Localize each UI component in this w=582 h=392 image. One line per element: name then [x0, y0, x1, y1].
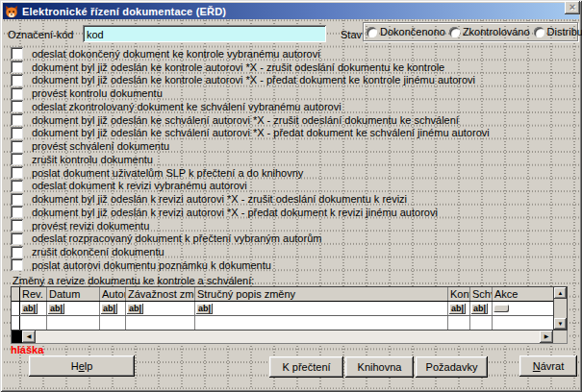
checkbox-icon[interactable] — [11, 219, 23, 232]
radio-circle-icon[interactable] — [534, 27, 544, 37]
textbox-placeholder-icon[interactable]: ab| — [196, 304, 213, 314]
checkbox-row[interactable]: dokument byl již odeslán ke kontrole aut… — [9, 61, 581, 74]
app-window: Elektronické řízení dokumentace (EŘD) × … — [0, 0, 582, 392]
checkbox-row[interactable]: odeslat rozpracovaný dokument k přečtení… — [9, 233, 581, 246]
radio-label: Dokončenono — [380, 26, 445, 37]
read-button[interactable]: K přečtení — [269, 356, 343, 378]
checkbox-row[interactable]: dokument byl již odeslán ke schválení au… — [9, 127, 581, 140]
checkbox-icon[interactable] — [11, 166, 23, 179]
checkbox-row[interactable]: odeslat dokument k revizi vybranému auto… — [9, 180, 581, 193]
code-input[interactable] — [83, 25, 326, 42]
checkbox-label: odeslat rozpracovaný dokument k přečtení… — [32, 233, 321, 244]
radio-circle-icon[interactable] — [367, 27, 377, 37]
checkbox-icon[interactable] — [11, 258, 23, 271]
scrollbar-track[interactable] — [36, 331, 540, 343]
checkbox-row[interactable]: dokument byl již odeslán k revizi autoro… — [9, 192, 581, 206]
grid-vertical-scrollbar[interactable]: ▲ ▼ — [553, 287, 567, 330]
checkbox-row[interactable]: provést schválení dokumentu — [9, 139, 581, 153]
checkbox-icon[interactable] — [11, 153, 23, 165]
radio-distribuovano[interactable]: Distribuováno — [534, 26, 582, 37]
textbox-placeholder-icon[interactable]: ab| — [449, 304, 466, 314]
checkbox-icon[interactable] — [11, 113, 23, 126]
checkbox-row[interactable]: provést revizi dokumentu — [9, 219, 581, 233]
scroll-down-icon[interactable]: ▼ — [554, 318, 567, 330]
checkbox-icon[interactable] — [11, 74, 23, 86]
checkbox-label: odeslat dokončený dokument ke kontrole v… — [32, 48, 320, 60]
col-header-autor[interactable]: Autor — [100, 287, 126, 301]
radio-label: Distribuováno — [547, 26, 582, 37]
grid-empty-row — [12, 316, 553, 330]
grid-sizer-box[interactable] — [12, 331, 22, 343]
checkbox-icon[interactable] — [11, 87, 23, 100]
checkbox-icon[interactable] — [11, 180, 23, 192]
textbox-placeholder-icon[interactable]: ab| — [21, 304, 38, 314]
library-button[interactable]: Knihovna — [345, 356, 414, 378]
record-selector-header — [12, 287, 20, 301]
back-button[interactable]: Návrat — [519, 355, 577, 377]
textbox-placeholder-icon[interactable]: ab| — [127, 304, 143, 314]
checkbox-label: dokument byl již odeslán ke kontrole aut… — [32, 61, 444, 73]
checkbox-row[interactable]: zrušit kontrolu dokumentu — [9, 153, 581, 166]
checkbox-icon[interactable] — [11, 206, 23, 218]
checkbox-icon[interactable] — [11, 100, 23, 112]
checkbox-label: provést revizi dokumentu — [32, 220, 149, 232]
radio-label: Zkontrolováno — [463, 26, 530, 37]
checkbox-icon[interactable] — [11, 61, 23, 73]
textbox-placeholder-icon[interactable]: ab| — [471, 304, 488, 314]
grid-data-row[interactable]: ab| ab| ab| ab| ab| ab| ab| — [12, 302, 553, 316]
scroll-up-icon[interactable]: ▲ — [554, 287, 567, 299]
col-header-kont[interactable]: Kont — [448, 287, 470, 301]
checkbox-row[interactable]: odeslat zkontrolovaný dokument ke schvál… — [9, 100, 581, 113]
scrollbar-corner — [553, 331, 567, 343]
col-header-schv[interactable]: Schv — [470, 287, 493, 301]
help-button[interactable]: Help — [29, 355, 135, 377]
checkbox-label: dokument byl již odeslán ke schválení au… — [32, 114, 459, 126]
title-bar[interactable]: Elektronické řízení dokumentace (EŘD) — [3, 3, 579, 19]
record-selector[interactable] — [12, 302, 20, 315]
checkbox-icon[interactable] — [11, 47, 23, 60]
checkbox-label: zrušit kontrolu dokumentu — [32, 154, 153, 165]
col-header-rev[interactable]: Rev. — [20, 287, 47, 301]
window-title: Elektronické řízení dokumentace (EŘD) — [22, 6, 226, 17]
checkbox-icon[interactable] — [11, 127, 23, 139]
checkbox-row[interactable]: odeslat dokončený dokument ke kontrole v… — [9, 47, 581, 61]
checkbox-row[interactable]: dokument byl již odeslán ke schválení au… — [9, 113, 581, 127]
checkbox-row[interactable]: zrušit dokončení dokumentu — [9, 245, 581, 258]
checkbox-icon[interactable] — [11, 140, 23, 153]
checkbox-label: odeslat dokument k revizi vybranému auto… — [32, 180, 247, 191]
checkbox-row[interactable]: dokument byl již odeslán k revizi autoro… — [9, 206, 581, 219]
col-header-zavaznost[interactable]: Závažnost změny — [126, 287, 195, 301]
checkbox-label: odeslat zkontrolovaný dokument ke schvál… — [32, 101, 342, 112]
checkbox-row[interactable]: poslat autorovi dokumentu poznámku k dok… — [9, 258, 581, 272]
status-message: hláška — [11, 344, 43, 355]
checkbox-icon[interactable] — [11, 193, 23, 206]
col-header-popis[interactable]: Stručný popis změny — [195, 287, 448, 301]
action-button-placeholder-icon[interactable] — [493, 305, 509, 312]
textbox-placeholder-icon[interactable]: ab| — [48, 304, 64, 314]
textbox-placeholder-icon[interactable]: ab| — [101, 304, 117, 314]
close-icon[interactable]: × — [565, 1, 580, 14]
action-checkbox-list: odeslat dokončený dokument ke kontrole v… — [9, 47, 581, 272]
fox-icon — [5, 5, 18, 18]
checkbox-row[interactable]: dokument byl již odeslán ke kontrole aut… — [9, 74, 581, 87]
radio-dokonceno[interactable]: Dokončenono — [367, 26, 445, 37]
col-header-akce[interactable]: Akce — [493, 287, 553, 301]
checkbox-label: dokument byl již odeslán k revizi autoro… — [32, 193, 407, 205]
col-header-datum[interactable]: Datum — [47, 287, 100, 301]
radio-circle-icon[interactable] — [449, 27, 460, 37]
checkbox-label: provést kontrolu dokumentu — [32, 87, 163, 99]
status-radio-group: Dokončenono Zkontrolováno Distribuováno — [363, 22, 578, 41]
requests-button[interactable]: Požadavky — [416, 356, 488, 378]
scroll-right-icon[interactable]: ▶ — [540, 331, 553, 343]
checkbox-label: provést schválení dokumentu — [32, 140, 169, 152]
checkbox-icon[interactable] — [11, 233, 23, 245]
checkbox-label: poslat dokument uživatelům SLP k přečten… — [32, 167, 303, 179]
scroll-left-icon[interactable]: ◀ — [22, 331, 36, 343]
radio-zkontrolovano[interactable]: Zkontrolováno — [449, 26, 530, 37]
grid-horizontal-scrollbar[interactable]: ◀ ▶ — [11, 331, 568, 344]
checkbox-icon[interactable] — [11, 246, 23, 258]
checkbox-label: dokument byl již odeslán ke schválení au… — [32, 127, 490, 138]
checkbox-row[interactable]: poslat dokument uživatelům SLP k přečten… — [9, 166, 581, 180]
checkbox-row[interactable]: provést kontrolu dokumentu — [9, 86, 581, 100]
checkbox-label: poslat autorovi dokumentu poznámku k dok… — [32, 259, 271, 271]
